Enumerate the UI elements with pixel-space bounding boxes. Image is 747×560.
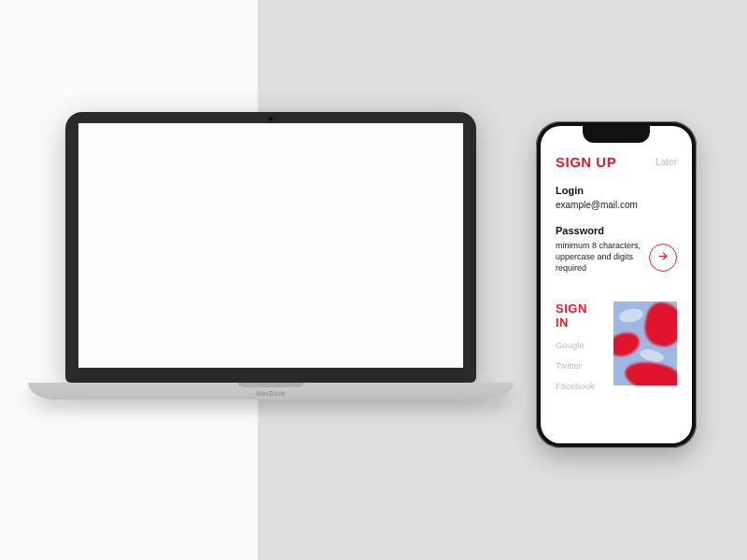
skip-link[interactable]: Later [655,157,677,167]
iphone-screen: SIGN UP Later Login example@mail.com Pas… [541,126,692,443]
macbook-base: MacBook [28,383,514,399]
macbook-mockup: MacBook [65,112,476,399]
signup-screen: SIGN UP Later Login example@mail.com Pas… [541,126,692,443]
macbook-lid [65,112,476,383]
decorative-artwork [613,301,677,385]
social-google[interactable]: Google [556,340,602,350]
login-label: Login [556,185,677,196]
submit-button[interactable] [649,244,677,272]
social-facebook[interactable]: Facebook [556,381,602,391]
iphone-mockup: SIGN UP Later Login example@mail.com Pas… [536,121,697,448]
password-label: Password [556,225,677,236]
password-hint: minimum 8 characters, uppercase and digi… [556,240,641,273]
signin-title: SIGN IN [556,301,602,329]
macbook-camera [269,117,274,121]
social-twitter[interactable]: Twitter [556,360,602,371]
login-input[interactable]: example@mail.com [556,200,677,210]
macbook-screen [78,123,463,368]
macbook-brand-label: MacBook [256,390,285,397]
iphone-notch [583,126,650,143]
signup-title: SIGN UP [556,154,616,170]
arrow-right-icon [657,250,669,265]
device-mockup-stage: MacBook SIGN UP Later Login example@mail… [0,0,747,560]
